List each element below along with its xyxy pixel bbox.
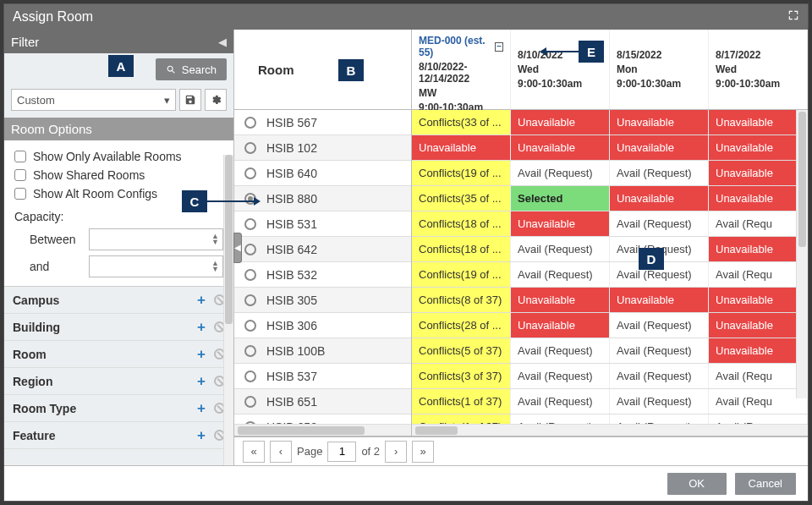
availability-cell[interactable]: Conflicts(18 of ... [412,237,511,261]
availability-cell[interactable]: Avail (Requ [709,364,808,388]
room-row[interactable]: HSIB 305 [234,288,411,313]
availability-cell[interactable]: Conflicts(5 of 37) [412,338,511,363]
collapse-left-icon[interactable]: ◀ [218,36,227,48]
availability-cell[interactable]: Unavailable [511,288,610,312]
settings-button[interactable] [205,89,227,111]
room-radio[interactable] [244,371,256,382]
date-column-header[interactable]: 8/15/2022Mon9:00-10:30am [610,30,709,109]
pager-first[interactable]: « [243,441,265,463]
plus-icon[interactable]: + [197,401,206,415]
availability-cell[interactable]: Avail (Request) [610,338,709,363]
room-radio[interactable] [244,421,256,425]
availability-cell[interactable]: Avail (Request) [511,364,610,388]
plus-icon[interactable]: + [197,374,206,388]
availability-cell[interactable]: Unavailable [709,338,808,363]
cancel-button[interactable]: Cancel [735,473,796,495]
filter-category[interactable]: Room Type+ [4,395,233,422]
filter-category[interactable]: Building+ [4,314,233,341]
room-row[interactable]: HSIB 537 [234,364,411,389]
availability-cell[interactable]: Avail (Request) [511,262,610,287]
availability-cell[interactable]: Conflicts(18 of ... [412,211,511,236]
preset-select[interactable]: Custom ▾ [11,89,176,111]
room-radio[interactable] [244,269,256,281]
availability-cell[interactable]: Avail (Requ [709,262,808,287]
availability-cell[interactable]: Avail (Requ [709,389,808,414]
availability-cell[interactable]: Avail (Request) [511,389,610,414]
room-row[interactable]: HSIB 642 [234,237,411,262]
room-row[interactable]: HSIB 531 [234,211,411,237]
availability-cell[interactable]: Conflicts(19 of ... [412,262,511,287]
room-radio[interactable] [244,345,256,357]
filter-category[interactable]: Region+ [4,368,233,395]
availability-cell[interactable]: Conflicts(35 of ... [412,186,511,211]
availability-cell[interactable]: Unavailable [709,110,808,134]
room-row[interactable]: HSIB 651 [234,389,411,414]
availability-cell[interactable]: Conflicts(1 of 37) [412,414,511,424]
checkbox-shared[interactable] [14,169,26,181]
availability-cell[interactable]: Unavailable [709,237,808,261]
save-preset-button[interactable] [179,89,201,111]
availability-cell[interactable]: Unavailable [610,135,709,160]
ok-button[interactable]: OK [667,473,727,495]
room-radio[interactable] [244,117,256,129]
room-hscroll[interactable] [234,424,411,436]
room-row[interactable]: HSIB 532 [234,262,411,288]
room-radio[interactable] [244,396,256,408]
availability-cell[interactable]: Unavailable [709,313,808,338]
search-button[interactable]: Search [156,58,227,80]
availability-cell[interactable]: Unavailable [511,211,610,236]
availability-cell[interactable]: Avail (Request) [511,338,610,363]
room-row[interactable]: HSIB 102 [234,135,411,161]
availability-cell[interactable]: Avail (Request) [610,161,709,185]
date-column-header[interactable]: 8/17/2022Wed9:00-10:30am [709,30,808,109]
plus-icon[interactable]: + [197,320,206,334]
room-row[interactable]: HSIB 567 [234,110,411,135]
collapse-toggle-icon[interactable]: − [495,42,503,52]
room-radio[interactable] [244,294,256,306]
availability-cell[interactable]: Avail (Request) [610,389,709,414]
availability-cell[interactable]: Unavailable [709,186,808,211]
pager-last[interactable]: » [412,441,434,463]
filter-category[interactable]: Room+ [4,341,233,368]
filter-category[interactable]: Campus+ [4,287,233,314]
room-radio[interactable] [244,167,256,179]
availability-cell[interactable]: Conflicts(8 of 37) [412,288,511,312]
pager-prev[interactable]: ‹ [270,441,292,463]
pager-page-input[interactable] [327,442,356,462]
filter-category[interactable]: Feature+ [4,422,233,449]
dates-vscroll[interactable] [796,110,808,398]
room-row[interactable]: HSIB 306 [234,313,411,338]
availability-cell[interactable]: Unavailable [511,135,610,160]
availability-cell[interactable]: Conflicts(3 of 37) [412,364,511,388]
room-row[interactable]: HSIB 652 [234,414,411,424]
room-row[interactable]: HSIB 880 [234,186,411,211]
availability-cell[interactable]: Avail (Request) [511,237,610,261]
availability-cell[interactable]: Avail (Request) [610,211,709,236]
availability-cell[interactable]: Unavailable [709,161,808,185]
date-column-header[interactable]: MED-000 (est. 55) −8/10/2022-12/14/2022M… [412,30,511,109]
availability-cell[interactable]: Unavailable [511,313,610,338]
dates-hscroll[interactable] [412,424,808,436]
pager-next[interactable]: › [385,441,407,463]
capacity-min-input[interactable]: ▲▼ [89,228,223,250]
availability-cell[interactable]: Conflicts(19 of ... [412,161,511,185]
room-radio[interactable] [244,244,256,255]
availability-cell[interactable]: Conflicts(33 of ... [412,110,511,134]
room-row[interactable]: HSIB 100B [234,338,411,364]
checkbox-available[interactable] [14,151,26,162]
availability-cell[interactable]: Conflicts(1 of 37) [412,389,511,414]
room-radio[interactable] [244,320,256,332]
availability-cell[interactable]: Unavailable [709,135,808,160]
plus-icon[interactable]: + [197,347,206,361]
availability-cell[interactable]: Unavailable [610,288,709,312]
availability-cell[interactable]: Unavailable [412,135,511,160]
availability-cell[interactable]: Unavailable [709,288,808,312]
availability-cell[interactable]: Unavailable [511,110,610,134]
room-row[interactable]: HSIB 640 [234,161,411,186]
availability-cell[interactable]: Avail (Requ [709,414,808,424]
plus-icon[interactable]: + [197,428,206,442]
availability-cell[interactable]: Avail (Request) [610,364,709,388]
availability-cell[interactable]: Avail (Request) [610,414,709,424]
availability-cell[interactable]: Unavailable [610,186,709,211]
availability-cell[interactable]: Avail (Requ [709,211,808,236]
